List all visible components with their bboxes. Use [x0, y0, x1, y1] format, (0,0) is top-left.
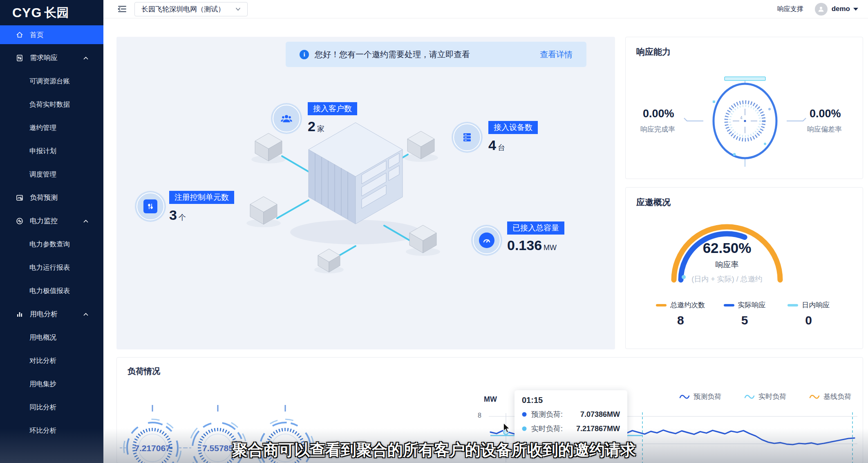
sidebar-item-power-extreme-report[interactable]: 电力极值报表	[0, 279, 103, 302]
tooltip-value: 7.217867MW	[576, 425, 620, 433]
sidebar-item-label: 负荷实时数据	[29, 100, 70, 109]
legend-label: 基线负荷	[823, 392, 851, 401]
y-axis-tick: 8	[472, 412, 481, 419]
sidebar-item-label: 电力极值报表	[29, 286, 70, 295]
wave-icon	[679, 394, 690, 400]
invitation-legend: 总邀约次数 实际响应 日内响应	[649, 300, 841, 310]
sidebar-item-label: 需求响应	[30, 53, 58, 63]
legend-actual-response[interactable]: 实际响应	[713, 300, 777, 310]
stat-unit: 家	[317, 125, 324, 133]
stat-value: 4	[488, 137, 496, 153]
stat-value: 2	[308, 119, 315, 134]
sidebar-item-yoy-analysis[interactable]: 同比分析	[0, 396, 103, 419]
brand-logo-cn: 长园	[44, 4, 69, 21]
stat-value: 0.136	[507, 237, 542, 253]
legend-baseline-load[interactable]: 基线负荷	[809, 392, 851, 401]
legend-dash-icon	[787, 304, 798, 307]
sidebar-item-label: 申报计划	[29, 147, 56, 156]
video-subtitle: 聚合商可以查看到聚合的所有客户的设备所收到的邀约请求	[232, 440, 636, 461]
sidebar-item-load-forecast[interactable]: 负荷预测	[0, 186, 103, 209]
sidebar-item-label: 调度管理	[29, 170, 56, 179]
legend-label: 实际响应	[738, 300, 766, 310]
user-menu-caret-icon[interactable]	[853, 8, 858, 11]
chevron-up-icon	[83, 56, 89, 60]
stat-control-units: 注册控制单元数 3个	[135, 191, 166, 222]
stat-unit: 个	[179, 213, 186, 221]
legend-intraday-response[interactable]: 日内响应	[776, 300, 841, 310]
sidebar-item-label: 用电分析	[30, 309, 58, 319]
sidebar-item-label: 电力参数查询	[29, 240, 70, 249]
intraday-response-count: 0	[776, 313, 841, 327]
sidebar-item-load-realtime-data[interactable]: 负荷实时数据	[0, 93, 103, 116]
svg-text:4: 4	[740, 116, 743, 120]
sidebar-item-label: 对比分析	[29, 356, 56, 365]
response-rate-label: 响应率	[716, 260, 739, 269]
invitation-overview-card: 应邀概况 62.50% 响应率 (日内 + 实际) / 总邀约 总邀约次数 实际…	[625, 187, 863, 349]
legend-realtime-load[interactable]: 实时负荷	[744, 392, 786, 401]
tooltip-value: 7.07386MW	[580, 410, 620, 419]
legend-dash-icon	[656, 304, 667, 307]
home-icon	[16, 31, 24, 39]
sidebar-item-electricity-overview[interactable]: 用电概况	[0, 326, 103, 349]
sidebar-item-comparison-analysis[interactable]: 对比分析	[0, 349, 103, 372]
org-selector-value: 长园飞轮深圳电网（测试）	[141, 4, 225, 14]
sidebar-item-meter-reading[interactable]: 用电集抄	[0, 372, 103, 396]
mouse-cursor-icon	[502, 423, 512, 435]
series-dot-icon	[522, 412, 527, 417]
user-avatar[interactable]	[815, 3, 828, 16]
sidebar-group-demand-response[interactable]: 需求响应	[0, 46, 103, 69]
stat-capacity: 已接入总容量 0.136MW	[471, 225, 502, 256]
usage-analysis-icon	[16, 310, 24, 318]
chevron-up-icon	[83, 219, 89, 223]
tooltip-row: 实时负荷: 7.217867MW	[522, 424, 620, 434]
chevron-up-icon	[83, 312, 89, 316]
username-label[interactable]: demo	[832, 5, 850, 13]
stat-unit: 台	[498, 143, 505, 152]
response-capability-card: 响应能力 4 0.00% 响应完成率 0.00% 响应	[625, 37, 863, 179]
view-details-link[interactable]: 查看详情	[540, 49, 573, 60]
sidebar-item-label: 同比分析	[29, 403, 56, 412]
legend-total-invitations[interactable]: 总邀约次数	[649, 300, 713, 310]
org-selector-dropdown[interactable]: 长园飞轮深圳电网（测试）	[134, 2, 248, 16]
response-rate-gauge: 62.50% 响应率 (日内 + 实际) / 总邀约	[650, 211, 814, 293]
menu-fold-icon[interactable]	[117, 4, 127, 14]
sidebar-item-dispatch-management[interactable]: 调度管理	[0, 163, 103, 186]
sidebar-item-adjustable-resource-ledger[interactable]: 可调资源台账	[0, 69, 103, 93]
stat-customers: 接入客户数 2家	[271, 103, 302, 134]
sidebar-item-power-parameter-query[interactable]: 电力参数查询	[0, 233, 103, 256]
response-rate-value: 62.50%	[703, 240, 752, 256]
completion-rate-label: 响应完成率	[640, 125, 675, 134]
legend-forecast-load[interactable]: 预测负荷	[679, 392, 721, 401]
series-dot-icon	[522, 426, 527, 431]
wave-icon	[809, 394, 820, 400]
stat-label-chip: 注册控制单元数	[169, 191, 234, 204]
app-root: CYG 长园 首页 需求响应 可调资源台账 负荷实时数据 邀约管理 申报计划 调…	[0, 0, 868, 463]
actual-response-count: 5	[713, 313, 777, 327]
completion-rate-value: 0.00%	[643, 107, 674, 120]
capacity-gauge-icon	[471, 225, 502, 256]
sidebar-item-invitation-management[interactable]: 邀约管理	[0, 116, 103, 139]
sidebar-item-label: 用电集抄	[29, 380, 56, 389]
load-forecast-icon	[16, 194, 24, 202]
sidebar-item-power-operation-report[interactable]: 电力运行报表	[0, 256, 103, 279]
sidebar-item-home[interactable]: 首页	[0, 25, 103, 44]
sidebar-item-label: 环比分析	[29, 426, 56, 435]
control-units-icon	[135, 191, 166, 222]
stat-label-chip: 已接入总容量	[507, 221, 564, 235]
tooltip-label: 预测负荷:	[531, 409, 563, 419]
topbar: 长园飞轮深圳电网（测试） 响应支撑 demo	[103, 0, 868, 18]
tooltip-row: 预测负荷: 7.07386MW	[522, 409, 620, 419]
chart-tooltip: 01:15 预测负荷: 7.07386MW 实时负荷: 7.217867MW	[515, 390, 627, 443]
sidebar-item-declaration-plan[interactable]: 申报计划	[0, 139, 103, 163]
legend-label: 预测负荷	[694, 392, 721, 401]
response-support-link[interactable]: 响应支撑	[777, 5, 803, 13]
sidebar-item-label: 负荷预测	[30, 193, 58, 202]
legend-label: 总邀约次数	[670, 300, 705, 310]
sidebar-group-power-monitoring[interactable]: 电力监控	[0, 209, 103, 233]
sidebar-item-mom-analysis[interactable]: 环比分析	[0, 419, 103, 442]
tooltip-time: 01:15	[522, 396, 620, 405]
deviation-rate-label: 响应偏差率	[807, 125, 842, 134]
sidebar-item-label: 可调资源台账	[29, 77, 70, 86]
sidebar-group-electricity-analysis[interactable]: 用电分析	[0, 302, 103, 326]
devices-icon	[452, 122, 483, 153]
